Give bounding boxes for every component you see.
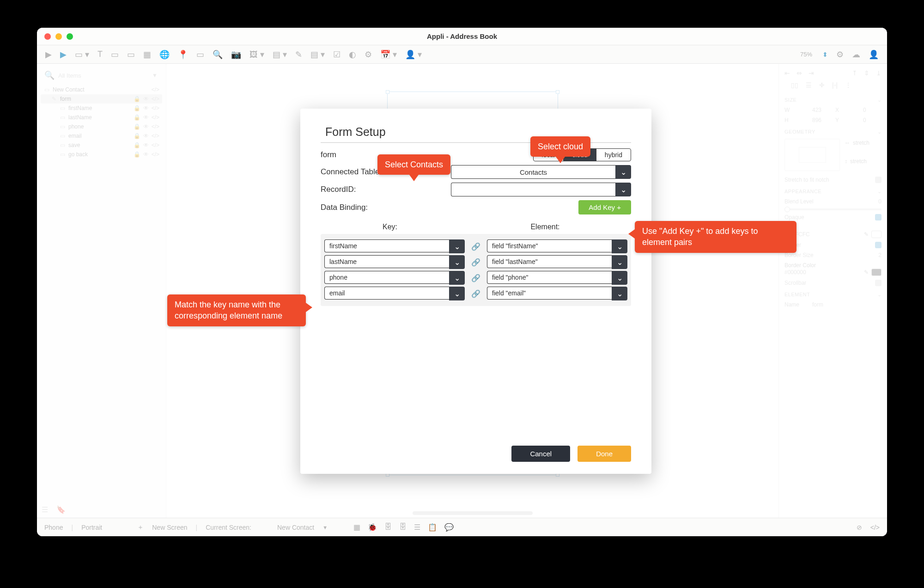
tree-item[interactable]: email xyxy=(68,133,131,139)
edit-icon[interactable]: ✎ xyxy=(295,49,302,60)
checkbox-tool-icon[interactable]: ☑ xyxy=(333,49,340,60)
new-screen-button[interactable]: New Screen xyxy=(152,524,187,531)
fill-swatch[interactable] xyxy=(871,231,881,238)
picture-icon[interactable]: 🖼 ▾ xyxy=(249,49,264,60)
chevron-down-icon[interactable]: ⌄ xyxy=(449,255,465,269)
lock-icon[interactable]: 🔒 xyxy=(134,105,140,111)
x-value[interactable]: 0 xyxy=(863,107,866,113)
horizontal-scrollbar[interactable] xyxy=(413,511,533,515)
chevron-down-icon[interactable]: ⌄ xyxy=(612,287,627,300)
center-icon[interactable]: ✛ xyxy=(819,81,825,89)
database-icon[interactable]: 🗄 xyxy=(384,523,392,532)
element-select[interactable]: field "phone" xyxy=(487,271,612,284)
bookmark-icon[interactable]: 🔖 xyxy=(56,505,66,514)
code-icon[interactable]: </> xyxy=(152,105,159,111)
connected-table-select[interactable]: Contacts xyxy=(451,165,615,179)
device-label[interactable]: Phone xyxy=(44,524,63,531)
db-search-icon[interactable]: 🗄 xyxy=(399,523,407,532)
lock-icon[interactable]: 🔒 xyxy=(134,96,140,102)
key-select[interactable]: email xyxy=(324,287,449,300)
key-select[interactable]: phone xyxy=(324,271,449,284)
list-icon[interactable]: ☰ xyxy=(414,523,420,532)
user-icon[interactable]: 👤 ▾ xyxy=(405,49,422,60)
align-center-h-icon[interactable]: ⇔ xyxy=(796,69,802,77)
chevron-down-icon[interactable]: ⌄ xyxy=(615,183,631,196)
code-icon[interactable]: </> xyxy=(152,151,159,158)
search-placeholder[interactable]: All Items xyxy=(58,72,81,79)
chevron-down-icon[interactable]: ⌄ xyxy=(612,255,627,269)
tree-item-form[interactable]: form xyxy=(60,96,131,102)
chevron-down-icon[interactable]: ⌄ xyxy=(449,239,465,253)
bug-icon[interactable]: 🐞 xyxy=(368,523,377,532)
align-right-icon[interactable]: ⇥ xyxy=(808,69,814,77)
text-tool-icon[interactable]: T xyxy=(97,49,103,59)
stretch-v-icon[interactable]: ↕ xyxy=(845,158,847,165)
chevron-down-icon[interactable]: ⌄ xyxy=(877,189,882,195)
lock-icon[interactable]: 🔒 xyxy=(134,142,140,148)
code-icon[interactable]: </> xyxy=(152,86,159,93)
border-checkbox[interactable] xyxy=(875,242,881,248)
blend-slider[interactable] xyxy=(784,208,881,210)
y-value[interactable]: 0 xyxy=(863,117,866,123)
code-icon[interactable]: </> xyxy=(152,114,159,121)
w-value[interactable]: 423 xyxy=(812,107,821,113)
spread-h-icon[interactable]: |◦| xyxy=(832,81,838,89)
eye-icon[interactable]: 👁 xyxy=(143,151,149,158)
chevron-down-icon[interactable]: ⌄ xyxy=(615,165,631,179)
camera-icon[interactable]: 📷 xyxy=(231,49,241,60)
eye-icon[interactable]: 👁 xyxy=(143,96,149,102)
field-tool-icon[interactable]: ▭ xyxy=(127,49,135,60)
opaque-checkbox[interactable] xyxy=(875,214,881,220)
stretch-h[interactable]: stretch xyxy=(853,140,869,146)
search-tool-icon[interactable]: 🔍 xyxy=(213,49,223,60)
align-left-icon[interactable]: ⇤ xyxy=(784,69,790,77)
scrollbar-checkbox[interactable] xyxy=(875,280,881,286)
chevron-down-icon[interactable]: ⌄ xyxy=(877,292,882,298)
lock-icon[interactable]: 🔒 xyxy=(134,123,140,130)
chevron-down-icon[interactable]: ▼ xyxy=(152,72,158,79)
button-tool-icon[interactable]: ▭ xyxy=(111,49,119,60)
lock-icon[interactable]: 🔒 xyxy=(134,151,140,158)
eyedropper-icon[interactable]: ✎ xyxy=(864,231,869,238)
orientation-label[interactable]: Portrait xyxy=(81,524,102,531)
align-top-icon[interactable]: ⤒ xyxy=(852,69,857,77)
key-select[interactable]: lastName xyxy=(324,255,449,268)
done-button[interactable]: Done xyxy=(578,446,631,462)
code-icon[interactable]: </> xyxy=(152,133,159,139)
chevron-down-icon[interactable]: ⌄ xyxy=(877,129,882,135)
seg-hybrid[interactable]: hybrid xyxy=(596,149,631,161)
form-tool-icon[interactable]: ▤ ▾ xyxy=(310,49,325,60)
rect-tool-icon[interactable]: ▭ ▾ xyxy=(75,49,89,60)
lock-icon[interactable]: 🔒 xyxy=(134,133,140,139)
sliders-icon[interactable]: ⚙ xyxy=(365,49,372,60)
globe-icon[interactable]: 🌐 xyxy=(159,49,170,60)
key-select[interactable]: firstName xyxy=(324,239,449,252)
search-icon[interactable]: 🔍 xyxy=(44,70,55,80)
blend-value[interactable]: 0 xyxy=(878,198,881,205)
chevron-down-icon[interactable]: ⌄ xyxy=(877,97,882,103)
tree-item[interactable]: firstName xyxy=(68,105,131,111)
cloud-upload-icon[interactable]: ☁ xyxy=(852,49,860,60)
list-view-icon[interactable]: ☰ xyxy=(42,505,48,514)
align-center-v-icon[interactable]: ⇕ xyxy=(864,69,869,77)
eye-icon[interactable]: 👁 xyxy=(143,123,149,130)
chevron-down-icon[interactable]: ⌄ xyxy=(449,271,465,285)
tree-item[interactable]: lastName xyxy=(68,114,131,121)
grid-icon[interactable]: ▦ xyxy=(353,523,360,532)
chat-icon[interactable]: 💬 xyxy=(444,523,454,532)
recordid-select[interactable] xyxy=(451,183,615,196)
element-select[interactable]: field "lastName" xyxy=(487,255,612,268)
code-icon[interactable]: </> xyxy=(152,123,159,130)
tree-item[interactable]: save xyxy=(68,142,131,148)
notch-checkbox[interactable] xyxy=(875,177,881,183)
play-icon[interactable]: ▶ xyxy=(45,49,52,60)
block-icon[interactable]: ⊘ xyxy=(857,524,862,531)
eye-icon[interactable]: 👁 xyxy=(143,105,149,111)
image-tool-icon[interactable]: ▭ xyxy=(196,49,204,60)
toggle-tool-icon[interactable]: ◐ xyxy=(349,49,356,60)
eye-icon[interactable]: 👁 xyxy=(143,114,149,121)
spread-v-icon[interactable]: ⋮ xyxy=(845,81,851,89)
align-bottom-icon[interactable]: ⤓ xyxy=(876,69,881,77)
tree-item[interactable]: go back xyxy=(68,151,131,158)
cursor-icon[interactable]: ▶ xyxy=(60,49,67,60)
